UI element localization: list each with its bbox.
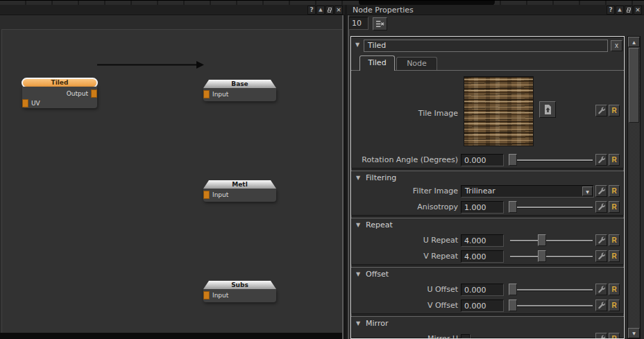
reset-button[interactable]: R <box>609 299 620 311</box>
reset-button[interactable]: R <box>609 333 620 339</box>
output-port[interactable] <box>91 89 97 98</box>
v-offset-slider[interactable] <box>509 299 594 313</box>
scroll-up-icon[interactable]: ▲ <box>628 37 640 47</box>
close-icon[interactable]: × <box>634 6 642 15</box>
maximize-icon[interactable]: ▲ <box>316 6 325 15</box>
reset-button[interactable]: R <box>609 154 620 166</box>
edit-wrench-button[interactable] <box>595 333 607 339</box>
field-label: U Repeat <box>354 234 458 247</box>
filter-image-dropdown[interactable]: Trilinear ▼ <box>461 185 594 198</box>
node-tiled-uv-row: UV <box>22 98 97 108</box>
u-offset-input[interactable] <box>461 284 504 296</box>
node-properties-titlebar[interactable]: Node Properties ? ▲ × <box>347 5 644 15</box>
section-filtering[interactable]: ▼ Filtering <box>351 172 624 184</box>
slider-handle[interactable] <box>509 154 517 166</box>
edit-wrench-button[interactable] <box>595 250 607 262</box>
property-count-input[interactable] <box>349 17 368 30</box>
schematic-titlebar[interactable]: ? ▲ × <box>0 5 345 15</box>
node-base-header[interactable]: Base <box>203 80 276 88</box>
anisotropy-input[interactable] <box>461 201 504 214</box>
chevron-down-icon[interactable]: ▼ <box>582 186 593 196</box>
section-separator <box>351 264 624 268</box>
node-subs[interactable]: Subs Input <box>203 281 276 302</box>
top-tab-strip[interactable] <box>0 0 644 5</box>
slider-handle[interactable] <box>509 299 517 311</box>
section-repeat[interactable]: ▼ Repeat <box>351 219 624 231</box>
reset-button[interactable]: R <box>609 185 620 197</box>
edit-wrench-button[interactable] <box>595 299 607 311</box>
mirror-u-checkbox[interactable] <box>461 334 470 339</box>
v-repeat-input[interactable] <box>461 250 504 263</box>
u-repeat-input[interactable] <box>461 234 504 247</box>
edit-wrench-button[interactable] <box>595 201 607 213</box>
v-repeat-slider[interactable] <box>509 250 594 263</box>
collapse-arrow-icon[interactable]: ▼ <box>355 42 359 48</box>
collapse-arrow-icon[interactable]: ▼ <box>356 320 360 327</box>
list-filter-button[interactable] <box>373 17 387 31</box>
node-metl[interactable]: Metl Input <box>203 180 276 202</box>
reset-button[interactable]: R <box>609 250 620 262</box>
input-port[interactable] <box>203 90 210 98</box>
tab-node[interactable]: Node <box>396 57 437 70</box>
edit-wrench-button[interactable] <box>595 185 607 197</box>
panel-left-highlight <box>348 15 349 339</box>
wrench-icon <box>598 252 606 261</box>
input-port[interactable] <box>203 291 210 299</box>
v-offset-input[interactable] <box>461 299 504 312</box>
help-icon[interactable]: ? <box>607 6 615 15</box>
node-metl-header[interactable]: Metl <box>203 180 276 189</box>
scroll-down-icon[interactable]: ▼ <box>628 328 640 338</box>
form-title-field[interactable]: Tiled <box>364 40 608 52</box>
connection-wire-tiled-to-base <box>2 30 342 333</box>
anisotropy-row: Anisotropy R <box>351 200 624 214</box>
node-subs-input-row: Input <box>203 290 276 300</box>
wrench-icon <box>598 203 606 211</box>
edit-wrench-button[interactable] <box>595 105 607 116</box>
node-tiled-output-row: Output <box>22 89 97 98</box>
node-base[interactable]: Base Input <box>203 80 276 101</box>
maximize-icon[interactable]: ▲ <box>616 6 624 15</box>
panel-gap <box>345 5 347 339</box>
properties-scrollbar[interactable]: ▲ ▼ <box>627 36 641 339</box>
section-offset[interactable]: ▼ Offset <box>351 268 624 280</box>
slider-handle[interactable] <box>509 201 517 213</box>
section-title: Mirror <box>366 318 388 329</box>
edit-wrench-button[interactable] <box>595 234 607 246</box>
tab-tiled[interactable]: Tiled <box>359 55 395 71</box>
rotation-angle-row: Rotation Angle (Degrees) R <box>351 153 624 167</box>
anisotropy-slider[interactable] <box>509 200 594 214</box>
u-repeat-slider[interactable] <box>509 234 594 247</box>
collapse-arrow-icon[interactable]: ▼ <box>356 271 360 277</box>
reset-button[interactable]: R <box>609 284 620 295</box>
rotation-angle-slider[interactable] <box>509 153 594 167</box>
slider-handle[interactable] <box>538 234 546 246</box>
input-port[interactable] <box>203 191 210 199</box>
reset-button[interactable]: R <box>609 201 620 213</box>
field-label: U Offset <box>354 283 458 296</box>
load-image-button[interactable] <box>539 101 556 118</box>
restore-icon[interactable] <box>325 6 334 15</box>
node-tiled[interactable]: Tiled Output UV <box>22 78 98 108</box>
remove-form-button[interactable]: x <box>611 40 622 51</box>
rotation-angle-input[interactable] <box>461 154 504 166</box>
uv-port[interactable] <box>22 99 28 107</box>
node-subs-header[interactable]: Subs <box>203 281 276 289</box>
close-icon[interactable]: × <box>334 6 343 15</box>
reset-button[interactable]: R <box>609 105 620 116</box>
section-mirror[interactable]: ▼ Mirror <box>351 318 624 329</box>
edit-wrench-button[interactable] <box>595 154 607 166</box>
schematic-viewport[interactable]: Tiled Output UV Base Input <box>1 29 342 333</box>
slider-handle[interactable] <box>509 284 517 295</box>
slider-track <box>510 289 593 290</box>
tile-image-thumbnail[interactable] <box>464 76 534 146</box>
properties-form: ▼ Tiled x Tiled Node Tile Image R Rotati… <box>350 36 625 339</box>
slider-handle[interactable] <box>538 250 546 262</box>
reset-button[interactable]: R <box>609 234 620 246</box>
restore-icon[interactable] <box>625 6 633 15</box>
u-offset-slider[interactable] <box>509 283 594 297</box>
collapse-arrow-icon[interactable]: ▼ <box>356 222 360 228</box>
help-icon[interactable]: ? <box>307 6 316 15</box>
edit-wrench-button[interactable] <box>595 284 607 295</box>
scrollbar-thumb[interactable] <box>629 48 639 123</box>
collapse-arrow-icon[interactable]: ▼ <box>356 175 360 181</box>
